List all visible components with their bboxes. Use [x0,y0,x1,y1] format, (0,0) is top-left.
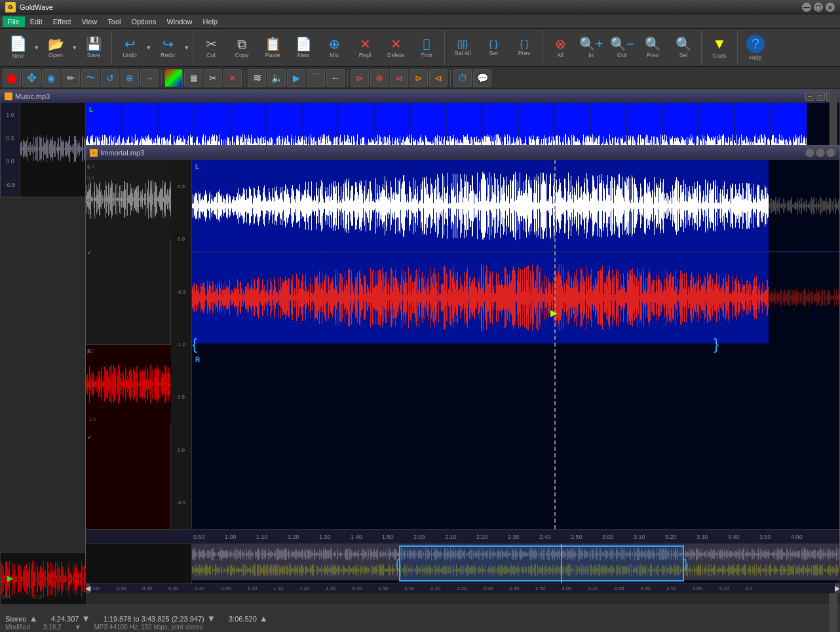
new2-button[interactable]: 📄 New [288,31,318,65]
toolbar2-sep2 [244,70,245,86]
status-position: 3:06.520 [229,615,257,623]
cues-button[interactable]: ▼ Cues [704,31,735,65]
zoom-out-button[interactable]: 🔍− Out [607,31,637,65]
mix-icon: ⊕ [329,37,340,50]
help-icon: ? [746,35,765,53]
grid-tool[interactable]: ▦ [184,69,202,87]
undo-dropdown[interactable]: ▾ [145,31,152,65]
stop-red-button[interactable]: ⬤ [3,69,21,87]
prev-sel-label: Prev [518,50,531,56]
undo-button[interactable]: ↩ Undo [115,31,145,65]
delete-button[interactable]: ✕ Delete [381,31,411,65]
red-mark1[interactable]: ⊳ [351,69,369,87]
immortal-maximize[interactable] [816,148,825,157]
paste-icon: 📋 [265,37,281,50]
orange-mark1[interactable]: ⊳ [410,69,428,87]
toolbar2-sep3 [347,70,348,86]
vol-down[interactable]: 🔈 [267,69,286,87]
set-button[interactable]: { } Set [478,31,508,65]
pencil-tool[interactable]: ✏ [62,69,80,87]
minimize-button[interactable]: ─ [802,3,811,12]
redo-icon: ↪ [162,37,174,50]
wave-tool[interactable]: 〜 [81,69,100,87]
new-button[interactable]: 📄 New [3,31,33,65]
maximize-button[interactable]: □ [814,3,823,12]
vol-marker[interactable]: ▶ [287,69,305,87]
menu-window[interactable]: Window [161,16,197,27]
immortal-thumb-bot-canvas [86,345,171,424]
open-button[interactable]: 📂 Open [41,31,71,65]
color-palette[interactable] [164,69,183,87]
select-circle[interactable]: ◉ [42,69,60,87]
close-button[interactable]: × [826,3,835,12]
arrow-left2[interactable]: ← [326,69,345,87]
redo-dropdown[interactable]: ▾ [183,31,190,65]
music-maximize[interactable]: □ [816,92,825,101]
status-selection: 1:19.878 to 3:43.825 (2:23.947) [104,615,204,623]
effects-wave[interactable]: ≋ [248,69,266,87]
orange-mark2[interactable]: ⊲ [429,69,448,87]
red-mark2[interactable]: ⊲ [390,69,408,87]
immortal-close[interactable] [826,148,835,157]
x-tool[interactable]: ✕ [223,69,242,87]
prev-sel-button[interactable]: { } Prev [509,31,539,65]
menu-options[interactable]: Options [126,16,161,27]
save-button[interactable]: 💾 Save [79,31,109,65]
move-tool[interactable]: ✥ [22,69,41,87]
selall-button[interactable]: {||} Sel All [448,31,478,65]
undo2-tool[interactable]: ↺ [101,69,119,87]
immortal-minimize[interactable] [805,148,814,157]
help-button[interactable]: ? Help [740,31,771,65]
menu-file[interactable]: File [3,16,25,27]
status-duration-dropdown[interactable]: ▼ [81,614,90,623]
music-minimize[interactable]: ─ [805,92,814,101]
immortal-icon: ♪ [90,149,98,157]
toolbar-edit-group: ✂ Cut ⧉ Copy 📋 Paste 📄 New ⊕ Mix ✕ Repl … [196,31,445,65]
zoom2-tool[interactable]: ⊕ [121,69,139,87]
cut-icon: ✂ [206,37,217,50]
replace-label: Repl [359,52,372,58]
zoom-in-button[interactable]: 🔍+ In [576,31,606,65]
status-stereo: Stereo [5,615,26,623]
menu-view[interactable]: View [77,16,103,27]
prev-sel-icon: { } [520,39,528,49]
menu-edit[interactable]: Edit [25,16,48,27]
status-format: MP3 44100 Hz, 192 kbps, joint stereo [94,623,204,631]
immortal-r-waveform-label: R [195,356,200,363]
menu-tool[interactable]: Tool [102,16,126,27]
immortal-controls [805,148,835,157]
clock-btn[interactable]: ⏱ [453,69,472,87]
menu-effect[interactable]: Effect [48,16,77,27]
toolbar-sel-group: {||} Sel All { } Set { } Prev [448,31,543,65]
red-no[interactable]: ⊗ [370,69,389,87]
zoom-sel-button[interactable]: 🔍 Sel [668,31,698,65]
envelope-tool[interactable]: ⌒ [307,69,325,87]
paste-button[interactable]: 📋 Paste [258,31,288,65]
status-selection-dropdown[interactable]: ▼ [207,614,216,623]
immortal-title: ♪ Immortal.mp3 [86,146,839,160]
trim-button[interactable]: ⌷ Trim [411,31,442,65]
overview-scroll-right[interactable]: ▶ [835,583,839,593]
outer-container: Music.mp3 ─ □ × 1.0 0.5 0.0 -0.5 [0,89,840,632]
mix-button[interactable]: ⊕ Mix [319,31,349,65]
replace-button[interactable]: ✕ Repl [350,31,380,65]
chat-btn[interactable]: 💬 [473,69,491,87]
music-thumb-canvas [20,103,86,195]
open-dropdown[interactable]: ▾ [71,31,78,65]
status-position-dropdown[interactable]: ▲ [259,614,268,623]
immortal-sel-right[interactable]: } [714,215,721,473]
menu-help[interactable]: Help [198,16,223,27]
zoom-prev-button[interactable]: 🔍 Prev [638,31,668,65]
cut-button[interactable]: ✂ Cut [196,31,226,65]
scissors2-tool[interactable]: ✂ [204,69,222,87]
status-stereo-dropdown[interactable]: ▲ [29,614,37,623]
arrow-right-tool[interactable]: → [140,69,159,87]
zoom-prev-icon: 🔍 [645,37,661,50]
all-button[interactable]: ⊗ All [545,31,575,65]
immortal-playhead: ▶ [554,160,556,529]
new-dropdown[interactable]: ▾ [33,31,40,65]
copy-button[interactable]: ⧉ Copy [227,31,257,65]
redo-label: Redo [161,52,175,58]
immortal-sel-left[interactable]: { [192,215,200,473]
redo-button[interactable]: ↪ Redo [153,31,183,65]
